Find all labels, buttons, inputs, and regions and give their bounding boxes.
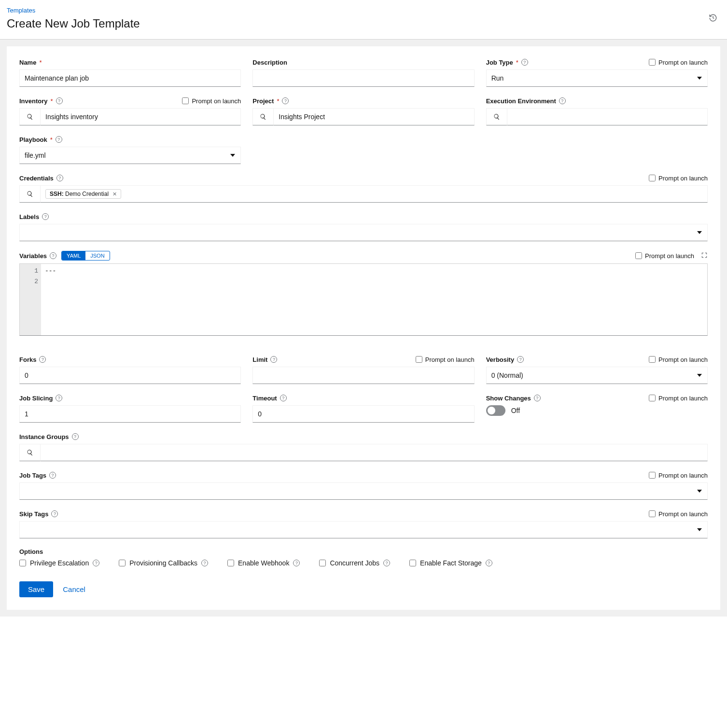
job-tags-select[interactable] [19, 482, 708, 500]
job-tags-prompt[interactable]: Prompt on launch [649, 472, 708, 479]
verbosity-prompt[interactable]: Prompt on launch [649, 356, 708, 363]
show-changes-prompt[interactable]: Prompt on launch [649, 395, 708, 402]
close-icon[interactable]: ✕ [112, 191, 117, 197]
variables-format-toggle[interactable]: YAML JSON [61, 251, 110, 261]
expand-icon[interactable] [701, 252, 708, 260]
inventory-prompt[interactable]: Prompt on launch [182, 97, 241, 105]
show-changes-switch[interactable] [486, 405, 505, 416]
description-input[interactable] [252, 69, 474, 87]
job-slicing-input[interactable] [19, 405, 241, 423]
skip-tags-select[interactable] [19, 521, 708, 538]
required-marker: * [39, 59, 42, 66]
webhook-checkbox[interactable] [227, 560, 234, 566]
show-changes-prompt-checkbox[interactable] [649, 395, 656, 401]
yaml-toggle[interactable]: YAML [62, 251, 85, 260]
help-icon[interactable]: ? [50, 252, 56, 259]
help-icon[interactable]: ? [282, 97, 289, 104]
job-type-prompt-checkbox[interactable] [649, 59, 656, 66]
help-icon[interactable]: ? [280, 395, 287, 401]
help-icon[interactable]: ? [293, 560, 300, 566]
job-tags-prompt-checkbox[interactable] [649, 472, 656, 479]
limit-label: Limit [252, 356, 267, 363]
save-button[interactable]: Save [19, 581, 53, 597]
help-icon[interactable]: ? [521, 59, 528, 66]
name-input[interactable] [19, 69, 241, 87]
job-slicing-label: Job Slicing [19, 395, 53, 402]
skip-tags-prompt[interactable]: Prompt on launch [649, 510, 708, 518]
help-icon[interactable]: ? [72, 433, 79, 440]
help-icon[interactable]: ? [201, 560, 208, 566]
opt-enable-webhook[interactable]: Enable Webhook? [227, 559, 300, 567]
verbosity-label: Verbosity [486, 356, 515, 363]
inventory-label: Inventory [19, 97, 48, 105]
forks-input[interactable] [19, 367, 241, 384]
help-icon[interactable]: ? [534, 395, 541, 401]
inventory-field[interactable]: Insights inventory [41, 108, 241, 125]
concurrent-checkbox[interactable] [319, 560, 326, 566]
help-icon[interactable]: ? [270, 356, 277, 363]
exec-env-lookup-button[interactable] [486, 108, 507, 125]
help-icon[interactable]: ? [49, 472, 56, 479]
fact-storage-checkbox[interactable] [409, 560, 416, 566]
playbook-label: Playbook [19, 136, 47, 143]
help-icon[interactable]: ? [559, 97, 566, 104]
help-icon[interactable]: ? [93, 560, 99, 566]
credentials-field[interactable]: SSH: Demo Credential ✕ [41, 185, 708, 203]
variables-label: Variables [19, 252, 47, 260]
json-toggle[interactable]: JSON [85, 251, 109, 260]
variables-prompt[interactable]: Prompt on launch [635, 252, 694, 260]
options-label: Options [19, 548, 708, 555]
code-content[interactable]: --- [41, 264, 707, 335]
limit-input[interactable] [252, 367, 474, 384]
exec-env-field[interactable] [507, 108, 708, 125]
cancel-button[interactable]: Cancel [60, 581, 88, 597]
timeout-input[interactable] [252, 405, 474, 423]
opt-concurrent-jobs[interactable]: Concurrent Jobs? [319, 559, 390, 567]
project-label: Project [252, 97, 274, 105]
breadcrumb-link-templates[interactable]: Templates [7, 7, 35, 14]
verbosity-prompt-checkbox[interactable] [649, 356, 656, 363]
help-icon[interactable]: ? [517, 356, 524, 363]
help-icon[interactable]: ? [51, 510, 58, 517]
skip-tags-label: Skip Tags [19, 510, 48, 518]
project-lookup-button[interactable] [252, 108, 274, 125]
help-icon[interactable]: ? [42, 213, 49, 220]
name-label: Name [19, 59, 36, 66]
playbook-select[interactable] [19, 147, 241, 164]
inventory-lookup-button[interactable] [19, 108, 41, 125]
opt-privilege-escalation[interactable]: Privilege Escalation? [19, 559, 99, 567]
instance-groups-lookup-button[interactable] [19, 444, 41, 461]
instance-groups-field[interactable] [41, 444, 708, 461]
opt-fact-storage[interactable]: Enable Fact Storage? [409, 559, 492, 567]
credentials-prompt[interactable]: Prompt on launch [649, 175, 708, 182]
inventory-prompt-checkbox[interactable] [182, 97, 189, 104]
help-icon[interactable]: ? [486, 560, 492, 566]
help-icon[interactable]: ? [39, 356, 46, 363]
verbosity-select[interactable] [486, 367, 708, 384]
credentials-prompt-checkbox[interactable] [649, 175, 656, 181]
opt-provisioning-callbacks[interactable]: Provisioning Callbacks? [119, 559, 208, 567]
form-actions: Save Cancel [19, 581, 708, 597]
variables-editor[interactable]: 1 2 --- [19, 263, 708, 336]
history-icon[interactable] [709, 14, 717, 24]
form-card: Name* Description Job Type*? Prompt on l… [7, 46, 720, 610]
job-type-label: Job Type [486, 59, 513, 66]
form-area: Name* Description Job Type*? Prompt on l… [0, 40, 727, 617]
limit-prompt[interactable]: Prompt on launch [416, 356, 475, 363]
limit-prompt-checkbox[interactable] [416, 356, 422, 363]
credentials-lookup-button[interactable] [19, 185, 41, 203]
labels-select[interactable] [19, 224, 708, 241]
job-tags-label: Job Tags [19, 472, 46, 479]
priv-esc-checkbox[interactable] [19, 560, 26, 566]
job-type-prompt[interactable]: Prompt on launch [649, 59, 708, 66]
help-icon[interactable]: ? [56, 395, 62, 401]
variables-prompt-checkbox[interactable] [635, 252, 642, 259]
help-icon[interactable]: ? [56, 97, 63, 104]
help-icon[interactable]: ? [56, 175, 63, 181]
job-type-select[interactable] [486, 69, 708, 87]
project-field[interactable]: Insights Project [274, 108, 474, 125]
help-icon[interactable]: ? [383, 560, 390, 566]
skip-tags-prompt-checkbox[interactable] [649, 510, 656, 517]
prov-cb-checkbox[interactable] [119, 560, 126, 566]
help-icon[interactable]: ? [56, 136, 62, 143]
